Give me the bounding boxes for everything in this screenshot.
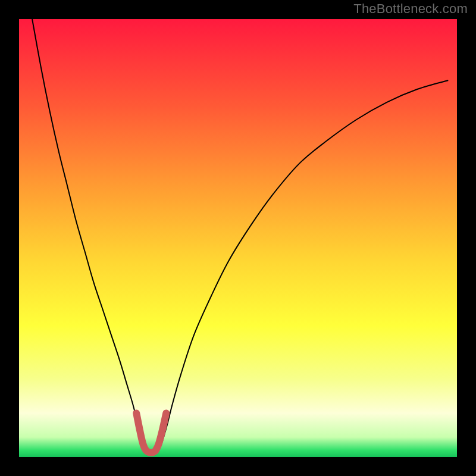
chart-background bbox=[19, 19, 457, 457]
chart-canvas bbox=[0, 0, 476, 476]
watermark-text: TheBottleneck.com bbox=[353, 1, 468, 17]
outer-frame: TheBottleneck.com bbox=[0, 0, 476, 476]
